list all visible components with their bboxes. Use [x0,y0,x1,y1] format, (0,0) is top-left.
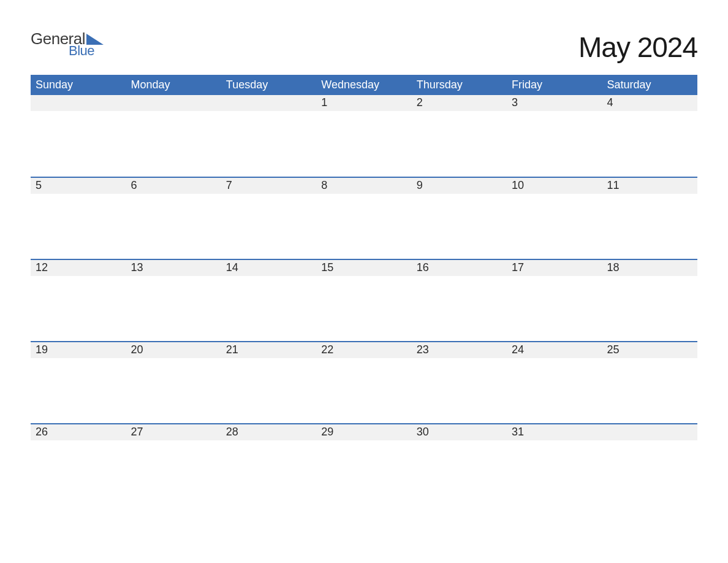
weekday-header: Thursday [412,75,507,95]
day-number [31,95,126,111]
calendar-cell: 19 [31,342,126,424]
day-number: 15 [316,260,411,276]
weekday-header-row: Sunday Monday Tuesday Wednesday Thursday… [31,75,697,95]
calendar-cell: 8 [316,177,411,259]
weekday-header: Tuesday [221,75,316,95]
day-number: 3 [507,95,602,111]
calendar-cell: 7 [221,177,316,259]
calendar-title: May 2024 [578,31,697,64]
calendar-cell: 22 [316,342,411,424]
calendar-cell [602,424,697,506]
day-number: 25 [602,342,697,358]
calendar-cell [31,95,126,177]
calendar-cell: 20 [126,342,221,424]
weekday-header: Friday [507,75,602,95]
day-number: 9 [412,178,507,194]
day-number: 13 [126,260,221,276]
calendar-cell: 16 [412,259,507,342]
calendar-cell: 10 [507,177,602,259]
day-number: 24 [507,342,602,358]
calendar-cell: 3 [507,95,602,177]
calendar-cell: 30 [412,424,507,506]
calendar-cell: 2 [412,95,507,177]
weekday-header: Monday [126,75,221,95]
day-number: 31 [507,424,602,440]
day-number: 5 [31,178,126,194]
calendar-cell [221,95,316,177]
calendar-week-row: 12 13 14 15 16 17 18 [31,259,697,342]
logo-text-blue: Blue [69,44,104,58]
calendar-cell: 27 [126,424,221,506]
calendar-grid: Sunday Monday Tuesday Wednesday Thursday… [31,75,697,506]
day-number: 11 [602,178,697,194]
calendar-cell: 24 [507,342,602,424]
day-number: 17 [507,260,602,276]
day-number: 30 [412,424,507,440]
calendar-cell: 6 [126,177,221,259]
calendar-cell: 25 [602,342,697,424]
calendar-cell: 18 [602,259,697,342]
day-number: 26 [31,424,126,440]
day-number: 7 [221,178,316,194]
calendar-cell: 23 [412,342,507,424]
calendar-cell: 31 [507,424,602,506]
calendar-cell: 17 [507,259,602,342]
day-number: 12 [31,260,126,276]
day-number: 1 [316,95,411,111]
calendar-cell: 5 [31,177,126,259]
calendar-week-row: 5 6 7 8 9 10 11 [31,177,697,259]
day-number: 27 [126,424,221,440]
calendar-week-row: 1 2 3 4 [31,95,697,177]
day-number: 8 [316,178,411,194]
calendar-cell: 9 [412,177,507,259]
day-number: 21 [221,342,316,358]
calendar-cell: 13 [126,259,221,342]
calendar-cell: 15 [316,259,411,342]
day-number: 6 [126,178,221,194]
day-number [221,95,316,111]
day-number: 10 [507,178,602,194]
day-number: 19 [31,342,126,358]
calendar-cell: 1 [316,95,411,177]
calendar-cell: 12 [31,259,126,342]
calendar-week-row: 26 27 28 29 30 31 [31,424,697,506]
calendar-cell: 11 [602,177,697,259]
day-number: 14 [221,260,316,276]
calendar-cell: 14 [221,259,316,342]
calendar-week-row: 19 20 21 22 23 24 25 [31,342,697,424]
day-number: 28 [221,424,316,440]
day-number: 23 [412,342,507,358]
day-number: 18 [602,260,697,276]
calendar-cell: 29 [316,424,411,506]
day-number: 29 [316,424,411,440]
day-number: 22 [316,342,411,358]
day-number: 4 [602,95,697,111]
day-number: 20 [126,342,221,358]
logo: General Blue [31,31,104,58]
weekday-header: Saturday [602,75,697,95]
weekday-header: Wednesday [316,75,411,95]
calendar-cell [126,95,221,177]
calendar-cell: 4 [602,95,697,177]
day-number [602,424,697,440]
calendar-cell: 21 [221,342,316,424]
day-number [126,95,221,111]
calendar-cell: 28 [221,424,316,506]
day-number: 16 [412,260,507,276]
calendar-cell: 26 [31,424,126,506]
weekday-header: Sunday [31,75,126,95]
day-number: 2 [412,95,507,111]
calendar-header: General Blue May 2024 [31,31,697,64]
